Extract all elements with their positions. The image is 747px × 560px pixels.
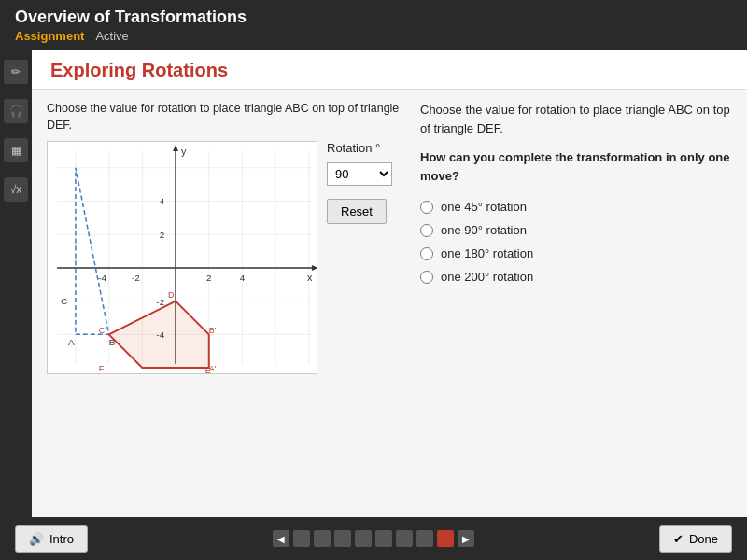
svg-text:-2: -2 [132,273,140,283]
content-area: Exploring Rotations Choose the value for… [32,50,747,517]
svg-text:A: A [68,337,75,347]
page-title: Overview of Transformations [15,7,732,27]
pagination-next[interactable]: ▶ [458,530,474,547]
pag-box-1[interactable] [293,530,310,547]
content-body: Choose the value for rotation to place t… [32,90,747,517]
radio-item-90[interactable]: one 90° rotation [420,223,732,237]
svg-marker-32 [109,301,209,368]
pag-box-3[interactable] [334,530,351,547]
radio-item-200[interactable]: one 200° rotation [420,270,732,284]
rotation-control: Rotation ° 90 45 135 180 200 Reset [327,141,392,224]
top-bar: Overview of Transformations Assignment A… [0,0,747,50]
radio-group: one 45° rotation one 90° rotation one 18… [420,200,732,284]
radio-180[interactable] [420,247,433,260]
svg-text:-2: -2 [156,297,164,307]
pag-box-7[interactable] [416,530,433,547]
bottom-bar: 🔊 Intro ◀ ▶ ✔ Done [0,517,747,560]
svg-text:C: C [61,296,67,306]
content-header: Exploring Rotations [32,50,747,90]
radio-item-45[interactable]: one 45° rotation [420,200,732,214]
nav-assignment-link[interactable]: Assignment [15,29,84,43]
radio-200[interactable] [420,271,433,284]
svg-text:B': B' [209,326,217,335]
intro-button[interactable]: 🔊 Intro [15,525,88,553]
radio-180-label: one 180° rotation [441,246,533,260]
svg-text:F: F [99,364,105,373]
right-question: How can you complete the transformation … [420,148,732,185]
headphones-icon[interactable]: 🎧 [4,99,28,123]
pag-box-6[interactable] [396,530,413,547]
left-panel: Choose the value for rotation to place t… [47,101,402,506]
svg-text:4: 4 [240,273,246,283]
svg-text:x: x [307,272,313,283]
pag-box-5[interactable] [375,530,392,547]
rotation-select[interactable]: 90 45 135 180 200 [327,162,392,186]
top-nav: Assignment Active [15,29,732,43]
calculator-icon[interactable]: ▦ [4,138,28,162]
svg-text:2: 2 [160,230,165,240]
done-label: Done [689,532,718,546]
svg-marker-15 [312,265,317,271]
svg-text:D: D [168,290,174,300]
pagination: ◀ ▶ [273,530,474,547]
graph-rotation-area: x y -2 -4 2 4 2 4 -2 -4 [47,141,402,374]
right-instruction: Choose the value for rotation to place t… [420,101,732,137]
pag-box-2[interactable] [314,530,331,547]
radio-90[interactable] [420,224,433,237]
svg-text:C': C' [99,326,106,335]
sidebar: ✏ 🎧 ▦ √x [0,50,32,517]
radio-45[interactable] [420,201,433,214]
svg-marker-28 [76,168,109,335]
section-title: Exploring Rotations [50,60,728,81]
nav-active-label: Active [95,29,128,43]
svg-marker-17 [173,145,178,151]
intro-label: Intro [49,532,74,546]
right-panel: Choose the value for rotation to place t… [420,101,732,506]
radio-90-label: one 90° rotation [441,223,527,237]
sqrt-icon[interactable]: √x [4,177,28,202]
pencil-icon[interactable]: ✏ [4,60,28,84]
svg-text:-4: -4 [98,273,106,283]
pagination-prev[interactable]: ◀ [273,530,289,547]
main-layout: ✏ 🎧 ▦ √x Exploring Rotations Choose the … [0,50,747,517]
svg-text:E: E [205,366,211,373]
checkmark-icon: ✔ [673,532,684,546]
left-instruction: Choose the value for rotation to place t… [47,101,402,133]
svg-text:4: 4 [160,196,165,206]
speaker-icon: 🔊 [29,532,44,546]
coordinate-graph: x y -2 -4 2 4 2 4 -2 -4 [48,142,317,373]
radio-item-180[interactable]: one 180° rotation [420,246,732,260]
radio-45-label: one 45° rotation [441,200,527,214]
pag-box-4[interactable] [355,530,372,547]
graph-container: x y -2 -4 2 4 2 4 -2 -4 [47,141,317,374]
rotation-label: Rotation ° [327,141,380,155]
reset-button[interactable]: Reset [327,199,387,224]
svg-text:y: y [181,146,187,157]
pag-box-8[interactable] [437,530,454,547]
radio-200-label: one 200° rotation [441,270,533,284]
svg-text:2: 2 [206,273,212,283]
done-button[interactable]: ✔ Done [659,525,732,553]
